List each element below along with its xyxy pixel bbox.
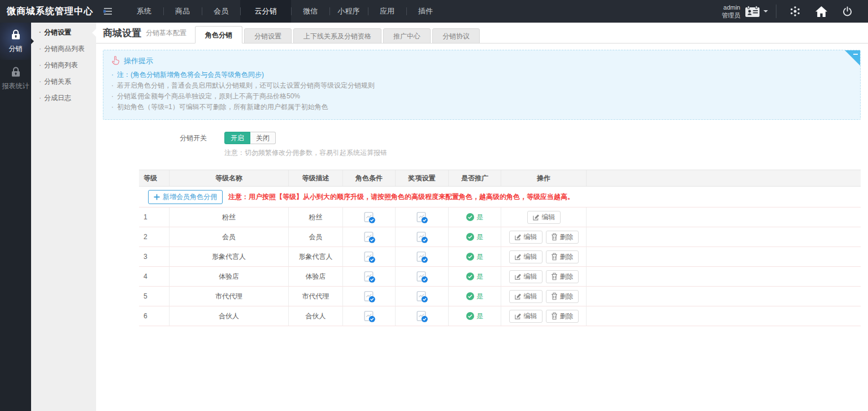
sidebar-item[interactable]: 分销商品列表: [31, 41, 96, 57]
tips-title: 操作提示: [124, 56, 153, 66]
tips-panel: 操作提示 注：(角色分销新增角色将会与会员等级角色同步) 若开启角色分销，普通会…: [103, 50, 861, 120]
level-cell: 4: [139, 267, 170, 286]
award-setting-config-icon[interactable]: [415, 250, 428, 263]
user-role: 管理员: [722, 11, 740, 19]
role-condition-config-icon[interactable]: [363, 231, 376, 244]
delete-button[interactable]: 删除: [546, 310, 579, 323]
nav-item[interactable]: 小程序: [329, 0, 368, 23]
level-desc-cell: 市代代理: [289, 287, 343, 306]
delete-button[interactable]: 删除: [546, 290, 579, 303]
page-header: 商城设置 分销基本配置 角色分销 分销设置 上下线关系及分销资格 推广中心 分销…: [96, 23, 868, 44]
collapse-corner-button[interactable]: [845, 50, 860, 66]
tip-line: 若开启角色分销，普通会员启用默认分销规则，还可以去设置分销商等级设定分销规则: [111, 80, 852, 91]
switch-off-button[interactable]: 关闭: [250, 132, 276, 144]
chevron-down-icon[interactable]: [763, 10, 768, 15]
edit-button[interactable]: 编辑: [509, 310, 542, 323]
promote-cell: 是: [449, 207, 501, 227]
switch-note: 注意：切勿频繁修改分佣参数，容易引起系统运算报错: [224, 148, 868, 158]
award-setting-cell: [396, 287, 449, 306]
award-setting-config-icon[interactable]: [415, 310, 428, 323]
role-condition-config-icon[interactable]: [363, 270, 376, 283]
add-role-button[interactable]: 新增会员角色分佣: [148, 190, 223, 204]
edit-button[interactable]: 编辑: [509, 250, 542, 263]
table-header-row: 等级 等级名称 等级描述 角色条件 奖项设置 是否推广 操作: [139, 170, 861, 187]
nav-item[interactable]: 系统: [125, 0, 163, 23]
level-name-cell: 会员: [170, 227, 289, 246]
lock-icon: [10, 29, 22, 41]
id-card-icon[interactable]: [745, 6, 760, 18]
plus-icon: [154, 194, 160, 200]
app-window: 微商城系统管理中心 系统 商品 会员 云分销 微信 小程序 应用 插件 admi…: [0, 0, 868, 411]
level-cell: 2: [139, 227, 170, 246]
delete-button[interactable]: 删除: [546, 231, 579, 244]
edit-button[interactable]: 编辑: [509, 231, 542, 244]
row-filler: [587, 227, 861, 246]
sidebar-item[interactable]: 分销商列表: [31, 57, 96, 73]
role-condition-cell: [343, 267, 396, 286]
home-icon[interactable]: [815, 6, 827, 17]
tab[interactable]: 分销设置: [244, 28, 292, 44]
delete-button[interactable]: 删除: [546, 250, 579, 263]
check-circle-icon: [466, 233, 474, 241]
award-setting-cell: [396, 306, 449, 326]
navbar-divider: [776, 5, 776, 18]
nav-item[interactable]: 商品: [163, 0, 202, 23]
award-setting-config-icon[interactable]: [415, 270, 428, 283]
nav-item[interactable]: 应用: [368, 0, 406, 23]
switch-on-button[interactable]: 开启: [224, 132, 250, 144]
trash-icon: [551, 233, 558, 241]
trash-icon: [551, 272, 558, 280]
check-circle-icon: [466, 312, 474, 320]
share-nodes-icon[interactable]: [789, 6, 801, 17]
user-name: admin: [722, 3, 740, 11]
page-subtitle: 分销基本配置: [146, 28, 186, 38]
table-header-cell: 等级名称: [170, 170, 289, 186]
power-icon[interactable]: [842, 6, 853, 17]
top-navbar: 微商城系统管理中心 系统 商品 会员 云分销 微信 小程序 应用 插件 admi…: [0, 0, 868, 23]
sidebar-item[interactable]: 分成日志: [31, 90, 96, 106]
operations-cell: 编辑: [501, 207, 587, 227]
sidebar-item[interactable]: 分销关系: [31, 73, 96, 90]
nav-item[interactable]: 插件: [406, 0, 445, 23]
table-header-cell: 等级描述: [289, 170, 343, 186]
award-setting-config-icon[interactable]: [415, 211, 428, 224]
nav-item[interactable]: 云分销: [240, 0, 291, 23]
tab[interactable]: 分销协议: [432, 28, 480, 44]
sidebar-item[interactable]: 分销设置: [31, 24, 96, 41]
edit-icon: [514, 313, 522, 320]
nav-item[interactable]: 微信: [291, 0, 329, 23]
row-filler: [587, 306, 861, 326]
edit-button[interactable]: 编辑: [509, 270, 542, 283]
edit-label: 编辑: [524, 232, 537, 242]
tip-line: 注：(角色分销新增角色将会与会员等级角色同步): [111, 70, 852, 80]
edit-button[interactable]: 编辑: [509, 290, 542, 303]
tab[interactable]: 角色分销: [195, 26, 242, 44]
row-filler: [587, 287, 861, 306]
operations-cell: 编辑 删除: [501, 247, 587, 266]
rail-item[interactable]: 分销: [0, 23, 31, 60]
tab[interactable]: 上下线关系及分销资格: [293, 28, 381, 44]
role-condition-config-icon[interactable]: [363, 290, 376, 303]
rail-item[interactable]: 报表统计: [0, 60, 31, 97]
row-filler: [587, 267, 861, 286]
level-desc-cell: 粉丝: [289, 207, 343, 227]
check-circle-icon: [466, 213, 474, 221]
role-condition-config-icon[interactable]: [363, 250, 376, 263]
menu-collapse-icon[interactable]: [103, 7, 112, 15]
tab[interactable]: 推广中心: [383, 28, 431, 44]
rail-item-label: 报表统计: [2, 81, 29, 91]
promote-cell: 是: [449, 287, 501, 306]
level-desc-cell: 形象代言人: [289, 247, 343, 266]
role-condition-cell: [343, 287, 396, 306]
promote-cell: 是: [449, 306, 501, 326]
role-condition-config-icon[interactable]: [363, 310, 376, 323]
user-info[interactable]: admin 管理员: [722, 3, 740, 20]
check-circle-icon: [466, 253, 474, 261]
award-setting-config-icon[interactable]: [415, 290, 428, 303]
award-setting-config-icon[interactable]: [415, 231, 428, 244]
delete-button[interactable]: 删除: [546, 270, 579, 283]
nav-item[interactable]: 会员: [202, 0, 240, 23]
edit-button[interactable]: 编辑: [527, 211, 561, 224]
table-header-filler: [587, 170, 861, 186]
role-condition-config-icon[interactable]: [363, 211, 376, 224]
